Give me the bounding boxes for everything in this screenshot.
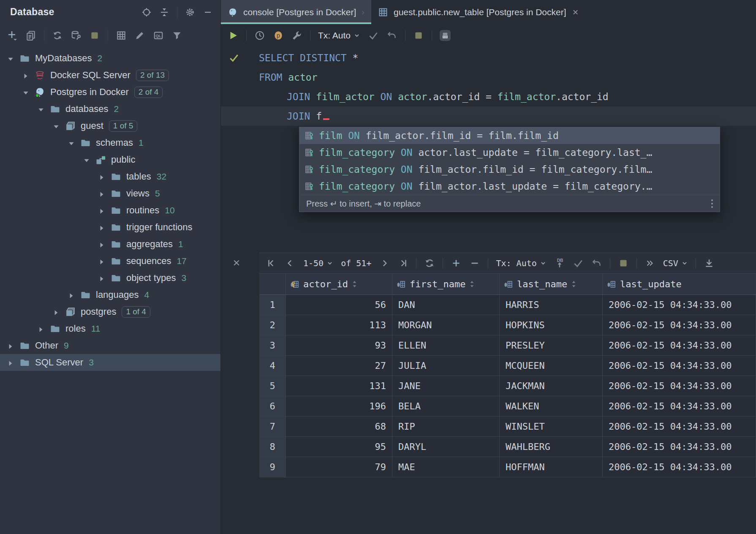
cell-actor_id[interactable]: 93 xyxy=(286,335,392,356)
cell-last_name[interactable]: HARRIS xyxy=(500,295,603,315)
arrow-right-icon[interactable] xyxy=(68,291,75,299)
open-table-icon[interactable] xyxy=(116,30,127,41)
cell-last_name[interactable]: WAHLBERG xyxy=(500,437,603,457)
cell-first_name[interactable]: MORGAN xyxy=(392,315,500,335)
tree-item-public[interactable]: public xyxy=(0,151,220,168)
column-header-last_update[interactable]: last_update xyxy=(603,274,756,295)
arrow-down-icon[interactable] xyxy=(37,105,45,113)
arrow-right-icon[interactable] xyxy=(98,274,106,282)
commit-icon[interactable] xyxy=(573,258,584,269)
tx-mode-selector[interactable]: Tx: Auto xyxy=(496,258,546,268)
cell-last_update[interactable]: 2006-02-15 04:34:33.00 xyxy=(603,376,756,396)
locate-icon[interactable] xyxy=(141,7,152,17)
filter-icon[interactable] xyxy=(171,30,182,41)
completion-item[interactable]: film_category ON actor.last_update = fil… xyxy=(299,144,720,161)
cell-first_name[interactable]: BELA xyxy=(392,396,500,417)
collapse-all-icon[interactable] xyxy=(159,7,169,17)
tree-item-roles[interactable]: roles11 xyxy=(0,320,220,337)
tree-item-docker-sql-server[interactable]: Docker SQL Server2 of 13 xyxy=(0,67,220,84)
cell-last_update[interactable]: 2006-02-15 04:34:33.00 xyxy=(603,295,756,315)
arrow-right-icon[interactable] xyxy=(22,71,30,79)
tree-item-mydatabases[interactable]: MyDatabases2 xyxy=(0,50,220,67)
refresh-icon[interactable] xyxy=(52,30,63,41)
tree-item-sql-server[interactable]: SQL Server3 xyxy=(0,354,220,371)
cell-last_update[interactable]: 2006-02-15 04:34:33.00 xyxy=(603,396,756,417)
cell-last_name[interactable]: JACKMAN xyxy=(500,376,603,396)
cell-last_name[interactable]: WALKEN xyxy=(500,396,603,417)
stop-icon[interactable] xyxy=(618,258,629,269)
last-page-icon[interactable] xyxy=(397,258,408,269)
cell-actor_id[interactable]: 95 xyxy=(286,437,392,457)
sql-line-3[interactable]: JOIN film_actor ON actor.actor_id = film… xyxy=(221,87,756,106)
export-format-selector[interactable]: CSV xyxy=(663,258,688,268)
in-editor-results-icon[interactable] xyxy=(440,30,451,41)
sort-icon[interactable] xyxy=(352,280,357,289)
tree-item-languages[interactable]: languages4 xyxy=(0,286,220,303)
jobs-wrench-icon[interactable] xyxy=(291,30,302,41)
column-header-last_name[interactable]: last_name xyxy=(500,274,603,295)
arrow-right-icon[interactable] xyxy=(98,223,106,231)
cell-actor_id[interactable]: 68 xyxy=(286,417,392,437)
arrow-right-icon[interactable] xyxy=(98,207,106,214)
sort-icon[interactable] xyxy=(571,280,577,289)
cell-last_update[interactable]: 2006-02-15 04:34:33.00 xyxy=(603,335,756,356)
commit-icon[interactable] xyxy=(368,30,379,41)
cell-first_name[interactable]: DAN xyxy=(392,295,500,315)
tree-item-views[interactable]: views5 xyxy=(0,185,220,202)
more-icon[interactable] xyxy=(711,199,713,208)
tree-item-databases[interactable]: databases2 xyxy=(0,101,220,117)
sql-line-4[interactable]: JOIN f xyxy=(221,106,756,126)
submit-db-icon[interactable]: DB xyxy=(554,258,565,269)
cell-last_update[interactable]: 2006-02-15 04:34:33.00 xyxy=(603,437,756,457)
delete-row-icon[interactable] xyxy=(469,258,480,269)
first-page-icon[interactable] xyxy=(266,258,277,269)
query-console-icon[interactable]: QL xyxy=(153,30,164,41)
tree-item-guest[interactable]: guest1 of 5 xyxy=(0,117,220,134)
edit-icon[interactable] xyxy=(134,30,145,41)
cell-actor_id[interactable]: 27 xyxy=(286,356,392,376)
arrow-down-icon[interactable] xyxy=(68,139,75,147)
arrow-right-icon[interactable] xyxy=(7,342,14,349)
tree-item-schemas[interactable]: schemas1 xyxy=(0,134,220,151)
arrow-right-icon[interactable] xyxy=(98,240,106,248)
arrow-down-icon[interactable] xyxy=(52,122,60,130)
schedule-icon[interactable] xyxy=(254,30,265,41)
stop-icon[interactable] xyxy=(89,30,100,41)
cell-first_name[interactable]: DARYL xyxy=(392,437,500,457)
cell-first_name[interactable]: RIP xyxy=(392,417,500,437)
tree-item-postgres-in-docker[interactable]: Postgres in Docker2 of 4 xyxy=(0,84,220,101)
arrow-right-icon[interactable] xyxy=(7,359,14,366)
hide-icon[interactable] xyxy=(203,7,213,17)
cell-actor_id[interactable]: 113 xyxy=(286,315,392,335)
cell-first_name[interactable]: MAE xyxy=(392,457,500,477)
arrow-down-icon[interactable] xyxy=(7,54,14,62)
cell-actor_id[interactable]: 196 xyxy=(286,396,392,417)
sql-line-1[interactable]: SELECT DISTINCT * xyxy=(221,48,756,68)
arrow-right-icon[interactable] xyxy=(98,257,106,265)
cell-actor_id[interactable]: 131 xyxy=(286,376,392,396)
tree-item-routines[interactable]: routines10 xyxy=(0,202,220,219)
arrow-down-icon[interactable] xyxy=(22,88,30,96)
add-row-icon[interactable] xyxy=(451,258,462,269)
tree-item-aggregates[interactable]: aggregates1 xyxy=(0,236,220,253)
tab-new-table[interactable]: guest.public.new_table [Postgres in Dock… xyxy=(371,0,586,24)
next-page-icon[interactable] xyxy=(379,258,390,269)
add-datasource-icon[interactable] xyxy=(7,30,18,41)
arrow-right-icon[interactable] xyxy=(37,325,45,332)
tree-item-postgres[interactable]: postgres1 of 4 xyxy=(0,303,220,320)
arrow-right-icon[interactable] xyxy=(98,173,106,180)
run-icon[interactable] xyxy=(228,30,239,41)
cell-actor_id[interactable]: 79 xyxy=(286,457,392,477)
close-results-icon[interactable]: ✕ xyxy=(231,257,242,268)
sql-editor[interactable]: SELECT DISTINCT *FROM actorJOIN film_act… xyxy=(221,46,756,534)
cell-last_name[interactable]: PRESLEY xyxy=(500,335,603,356)
column-header-first_name[interactable]: first_name xyxy=(392,274,500,295)
cell-last_name[interactable]: HOFFMAN xyxy=(500,457,603,477)
cell-last_update[interactable]: 2006-02-15 04:34:33.00 xyxy=(603,315,756,335)
column-header-actor_id[interactable]: actor_id xyxy=(286,274,392,295)
cell-actor_id[interactable]: 56 xyxy=(286,295,392,315)
stop-icon[interactable] xyxy=(413,30,424,41)
arrow-down-icon[interactable] xyxy=(83,156,90,163)
tree-item-sequences[interactable]: sequences17 xyxy=(0,253,220,270)
cell-last_update[interactable]: 2006-02-15 04:34:33.00 xyxy=(603,457,756,477)
